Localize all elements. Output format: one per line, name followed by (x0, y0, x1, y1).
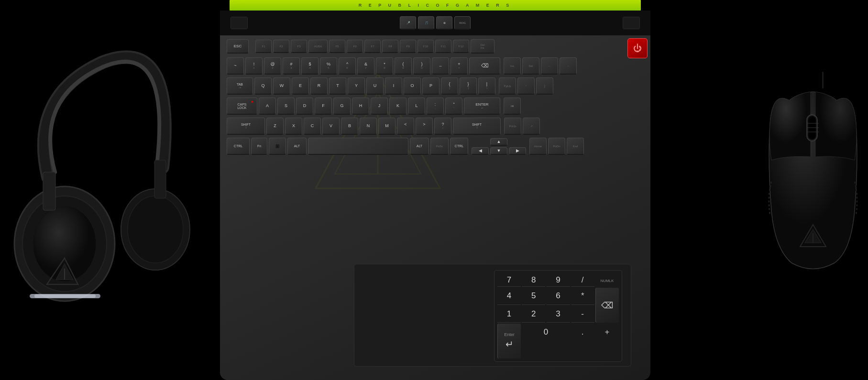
key-del[interactable]: DelIns (471, 39, 494, 54)
key-left[interactable]: ◀ (472, 147, 489, 155)
np-key-3[interactable]: 3 (546, 306, 570, 323)
np-key-plus[interactable]: + (595, 324, 619, 341)
np-key-5[interactable]: 5 (522, 288, 545, 305)
key-g[interactable]: G (333, 98, 351, 115)
key-o[interactable]: O (404, 77, 421, 95)
np-key-8[interactable]: 8 (522, 273, 545, 287)
key-p[interactable]: P (422, 77, 439, 95)
key-1[interactable]: !1 (245, 57, 263, 75)
key-backslash[interactable]: |\ (478, 77, 495, 95)
key-f10[interactable]: F10 (418, 40, 434, 53)
key-home-nav[interactable]: ← (541, 57, 558, 75)
key-minus[interactable]: _- (432, 57, 449, 75)
key-z[interactable]: Z (266, 118, 284, 135)
key-f3[interactable]: F3 (291, 40, 307, 53)
np-key-6[interactable]: 6 (546, 288, 570, 305)
key-nav-up-area[interactable]: PgUp (499, 77, 516, 95)
np-numlk[interactable]: NUMLK (595, 273, 619, 287)
key-ins[interactable]: Ins (504, 57, 521, 75)
key-right[interactable]: ▶ (509, 147, 526, 155)
key-0[interactable]: )0 (413, 57, 430, 75)
key-prtsc[interactable]: PrtSc (430, 138, 449, 155)
key-tck[interactable]: ↗ (523, 118, 540, 135)
key-4[interactable]: $4 (301, 57, 319, 75)
key-6[interactable]: ^6 (339, 57, 356, 75)
key-x[interactable]: X (285, 118, 302, 135)
np-key-minus[interactable]: - (571, 306, 594, 323)
shortcut-key-2[interactable]: 🎵 (418, 16, 434, 30)
key-backtick[interactable]: ~ (227, 57, 244, 75)
np-key-4[interactable]: 4 (497, 288, 521, 305)
trackpad-area[interactable]: 7 8 9 / NUMLK 4 5 6 * ⌫ (354, 264, 631, 367)
key-lalt[interactable]: ALT (287, 138, 307, 155)
key-8[interactable]: *8 (376, 57, 393, 75)
shortcut-key-3[interactable]: ⊕ (436, 16, 452, 30)
power-button[interactable]: ⏻ (627, 38, 648, 58)
key-caps[interactable]: CAPSLOCK (227, 98, 257, 115)
key-win[interactable]: ⊞ (269, 138, 286, 155)
key-tab[interactable]: TAB ⇥ (227, 77, 253, 95)
key-h[interactable]: H (352, 98, 369, 115)
key-pgdn[interactable]: PoDn (548, 138, 565, 155)
key-2[interactable]: @2 (264, 57, 281, 75)
np-key-slash[interactable]: / (571, 273, 594, 287)
key-comma[interactable]: <, (397, 118, 414, 135)
np-key-backspace[interactable]: ⌫ (595, 288, 619, 323)
key-f[interactable]: F (315, 98, 332, 115)
key-period[interactable]: >. (416, 118, 433, 135)
np-key-7[interactable]: 7 (497, 273, 521, 287)
key-nav-bracket[interactable]: ↑ (517, 77, 535, 95)
key-space[interactable] (308, 138, 408, 155)
key-f4[interactable]: AURA (308, 40, 328, 53)
key-f2[interactable]: F2 (273, 40, 289, 53)
key-enter[interactable]: ENTER ↵ (464, 98, 500, 115)
key-del-nav[interactable]: Del (522, 57, 539, 75)
rog-key[interactable]: ROG (454, 16, 471, 30)
key-s[interactable]: S (277, 98, 295, 115)
key-u[interactable]: U (366, 77, 384, 95)
key-t[interactable]: T (329, 77, 346, 95)
key-quote[interactable]: "' (445, 98, 462, 115)
key-pgup[interactable]: PoUp (504, 118, 521, 135)
key-a[interactable]: A (259, 98, 276, 115)
key-fn[interactable]: Fn (251, 138, 267, 155)
key-esc[interactable]: ESC (227, 39, 249, 54)
key-r[interactable]: R (310, 77, 328, 95)
key-f9[interactable]: F9 (400, 40, 416, 53)
np-key-asterisk[interactable]: * (571, 288, 594, 305)
key-backspace[interactable]: ⌫ (469, 57, 500, 75)
key-ralt[interactable]: ALT (410, 138, 429, 155)
key-lbracket[interactable]: {[ (441, 77, 458, 95)
key-rshift[interactable]: SHIFT ⇧ (453, 118, 501, 135)
key-d[interactable]: D (296, 98, 313, 115)
key-semicolon[interactable]: :; (427, 98, 444, 115)
np-key-9[interactable]: 9 (546, 273, 570, 287)
key-f11[interactable]: F11 (435, 40, 451, 53)
key-nav-pipe[interactable]: | (536, 77, 553, 95)
key-5[interactable]: %5 (320, 57, 337, 75)
np-key-1[interactable]: 1 (497, 306, 521, 323)
key-equals[interactable]: += (450, 57, 468, 75)
np-key-0[interactable]: 0 (522, 324, 570, 341)
key-w[interactable]: W (273, 77, 290, 95)
key-y[interactable]: Y (348, 77, 365, 95)
key-7[interactable]: &7 (357, 57, 374, 75)
key-lshift[interactable]: SHIFT ⇧ (227, 118, 265, 135)
np-key-dot[interactable]: . (571, 324, 594, 341)
key-q[interactable]: Q (254, 77, 272, 95)
key-down[interactable]: ▼ (490, 147, 507, 155)
key-i[interactable]: I (385, 77, 402, 95)
key-slash[interactable]: ?/ (434, 118, 451, 135)
key-m[interactable]: M (378, 118, 396, 135)
key-up[interactable]: ▲ (490, 138, 507, 146)
key-c[interactable]: C (304, 118, 321, 135)
key-e[interactable]: E (292, 77, 309, 95)
key-kk[interactable]: ⏮ (504, 98, 521, 115)
key-rctrl[interactable]: CTRL (450, 138, 468, 155)
key-b[interactable]: B (341, 118, 358, 135)
key-f6[interactable]: F6 (347, 40, 363, 53)
key-k[interactable]: K (389, 98, 407, 115)
key-l[interactable]: L (408, 98, 425, 115)
key-f12[interactable]: F12 (453, 40, 469, 53)
key-home[interactable]: Home (529, 138, 547, 155)
